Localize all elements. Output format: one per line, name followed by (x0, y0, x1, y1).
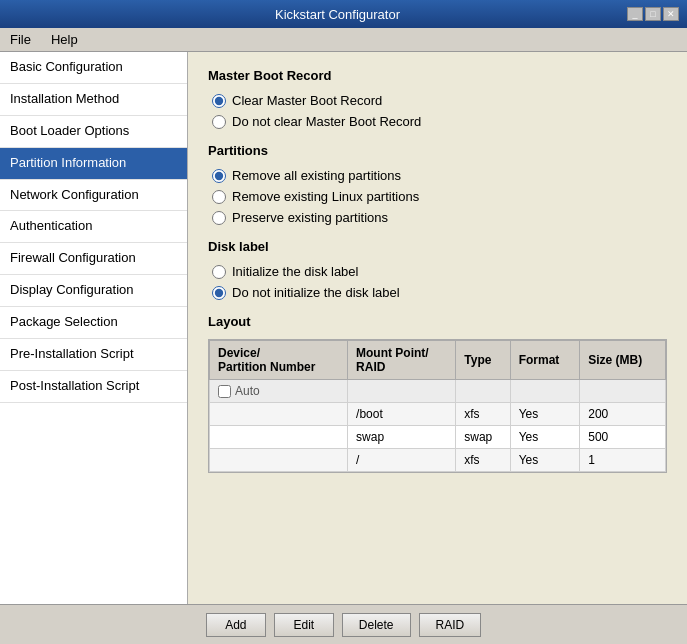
sidebar-item-package-selection[interactable]: Package Selection (0, 307, 187, 339)
cell-mountpoint: swap (348, 426, 456, 449)
sidebar-item-post-installation-script[interactable]: Post-Installation Script (0, 371, 187, 403)
menu-help[interactable]: Help (45, 30, 84, 49)
partitions-remove-all-radio[interactable] (212, 169, 226, 183)
close-button[interactable]: ✕ (663, 7, 679, 21)
cell-size: 500 (580, 426, 666, 449)
partitions-remove-linux-radio[interactable] (212, 190, 226, 204)
mbr-noclear-label: Do not clear Master Boot Record (232, 114, 421, 129)
layout-section-title: Layout (208, 314, 667, 329)
mbr-noclear-option[interactable]: Do not clear Master Boot Record (212, 114, 667, 129)
main-container: Basic Configuration Installation Method … (0, 52, 687, 604)
bottom-bar: Add Edit Delete RAID (0, 604, 687, 644)
sidebar-item-pre-installation-script[interactable]: Pre-Installation Script (0, 339, 187, 371)
cell-format (510, 380, 580, 403)
partitions-remove-linux-label: Remove existing Linux partitions (232, 189, 419, 204)
sidebar-item-network-configuration[interactable]: Network Configuration (0, 180, 187, 212)
cell-size (580, 380, 666, 403)
disklabel-radio-group: Initialize the disk label Do not initial… (208, 264, 667, 300)
table-row[interactable]: /boot xfs Yes 200 (210, 403, 666, 426)
partitions-section-title: Partitions (208, 143, 667, 158)
disklabel-initialize-label: Initialize the disk label (232, 264, 358, 279)
cell-mountpoint: /boot (348, 403, 456, 426)
cell-mountpoint (348, 380, 456, 403)
cell-type: xfs (456, 403, 510, 426)
layout-table: Device/Partition Number Mount Point/RAID… (209, 340, 666, 472)
raid-button[interactable]: RAID (419, 613, 482, 637)
table-header-row: Device/Partition Number Mount Point/RAID… (210, 341, 666, 380)
partitions-preserve-option[interactable]: Preserve existing partitions (212, 210, 667, 225)
title-bar: Kickstart Configurator _ □ ✕ (0, 0, 687, 28)
add-button[interactable]: Add (206, 613, 266, 637)
sidebar-item-authentication[interactable]: Authentication (0, 211, 187, 243)
partitions-preserve-label: Preserve existing partitions (232, 210, 388, 225)
auto-checkbox[interactable] (218, 385, 231, 398)
disklabel-noinit-label: Do not initialize the disk label (232, 285, 400, 300)
sidebar-item-firewall-configuration[interactable]: Firewall Configuration (0, 243, 187, 275)
cell-type (456, 380, 510, 403)
cell-size: 200 (580, 403, 666, 426)
partitions-remove-all-label: Remove all existing partitions (232, 168, 401, 183)
col-header-type: Type (456, 341, 510, 380)
mbr-clear-option[interactable]: Clear Master Boot Record (212, 93, 667, 108)
sidebar-item-basic-configuration[interactable]: Basic Configuration (0, 52, 187, 84)
maximize-button[interactable]: □ (645, 7, 661, 21)
cell-device (210, 403, 348, 426)
disklabel-noinit-option[interactable]: Do not initialize the disk label (212, 285, 667, 300)
window-controls[interactable]: _ □ ✕ (627, 7, 679, 21)
sidebar-item-installation-method[interactable]: Installation Method (0, 84, 187, 116)
sidebar: Basic Configuration Installation Method … (0, 52, 188, 604)
edit-button[interactable]: Edit (274, 613, 334, 637)
mbr-noclear-radio[interactable] (212, 115, 226, 129)
disklabel-initialize-option[interactable]: Initialize the disk label (212, 264, 667, 279)
partitions-preserve-radio[interactable] (212, 211, 226, 225)
cell-type: swap (456, 426, 510, 449)
partitions-remove-all-option[interactable]: Remove all existing partitions (212, 168, 667, 183)
content-area: Master Boot Record Clear Master Boot Rec… (188, 52, 687, 604)
table-row[interactable]: swap swap Yes 500 (210, 426, 666, 449)
window-title: Kickstart Configurator (48, 7, 627, 22)
partitions-remove-linux-option[interactable]: Remove existing Linux partitions (212, 189, 667, 204)
mbr-radio-group: Clear Master Boot Record Do not clear Ma… (208, 93, 667, 129)
disklabel-noinit-radio[interactable] (212, 286, 226, 300)
layout-table-container[interactable]: Device/Partition Number Mount Point/RAID… (208, 339, 667, 473)
cell-format: Yes (510, 403, 580, 426)
mbr-clear-label: Clear Master Boot Record (232, 93, 382, 108)
col-header-size: Size (MB) (580, 341, 666, 380)
col-header-device: Device/Partition Number (210, 341, 348, 380)
minimize-button[interactable]: _ (627, 7, 643, 21)
disklabel-initialize-radio[interactable] (212, 265, 226, 279)
sidebar-item-display-configuration[interactable]: Display Configuration (0, 275, 187, 307)
layout-section: Layout Device/Partition Number Mount Poi… (208, 314, 667, 473)
menu-file[interactable]: File (4, 30, 37, 49)
cell-format: Yes (510, 426, 580, 449)
auto-label: Auto (235, 384, 260, 398)
disklabel-section-title: Disk label (208, 239, 667, 254)
delete-button[interactable]: Delete (342, 613, 411, 637)
table-row[interactable]: / xfs Yes 1 (210, 449, 666, 472)
table-row[interactable]: Auto (210, 380, 666, 403)
partitions-radio-group: Remove all existing partitions Remove ex… (208, 168, 667, 225)
cell-device (210, 449, 348, 472)
menu-bar: File Help (0, 28, 687, 52)
cell-format: Yes (510, 449, 580, 472)
col-header-format: Format (510, 341, 580, 380)
cell-device: Auto (210, 380, 348, 403)
mbr-clear-radio[interactable] (212, 94, 226, 108)
sidebar-item-partition-information[interactable]: Partition Information (0, 148, 187, 180)
cell-type: xfs (456, 449, 510, 472)
cell-device (210, 426, 348, 449)
sidebar-item-boot-loader-options[interactable]: Boot Loader Options (0, 116, 187, 148)
cell-size: 1 (580, 449, 666, 472)
mbr-section-title: Master Boot Record (208, 68, 667, 83)
col-header-mountpoint: Mount Point/RAID (348, 341, 456, 380)
cell-mountpoint: / (348, 449, 456, 472)
